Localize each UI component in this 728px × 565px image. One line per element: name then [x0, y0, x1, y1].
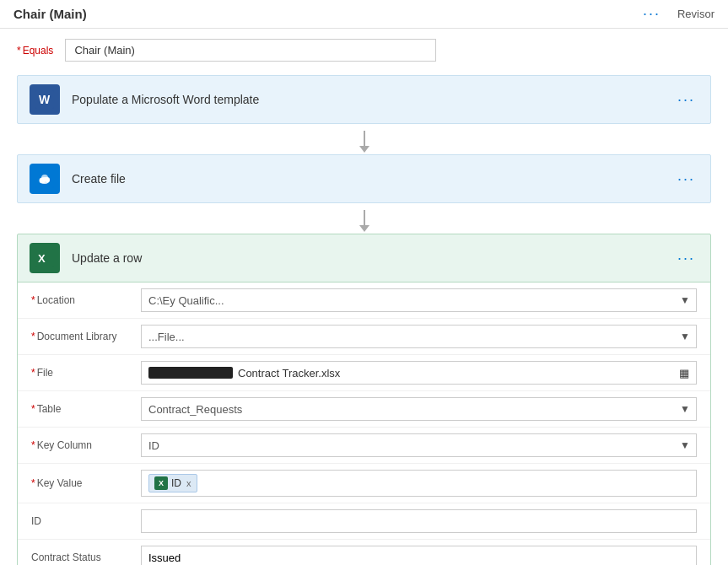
- word-icon: W: [30, 84, 60, 115]
- document-library-select[interactable]: ...File...: [141, 325, 697, 348]
- update-row-dots-button[interactable]: ···: [674, 250, 698, 267]
- update-row-card: X Update a row ··· *Location C:\Ey Quali…: [17, 234, 711, 565]
- contract-status-label: Contract Status: [31, 552, 141, 563]
- update-row-header[interactable]: X Update a row ···: [18, 234, 710, 282]
- cloud-icon: [30, 164, 60, 194]
- key-value-label: *Key Value: [31, 477, 141, 489]
- table-label: *Table: [31, 403, 141, 415]
- key-tag-excel-icon: X: [154, 476, 168, 490]
- file-value: Contract Tracker.xlsx: [238, 367, 340, 379]
- file-label: *File: [31, 367, 141, 379]
- file-input-wrapper[interactable]: Contract Tracker.xlsx ▦: [141, 361, 697, 385]
- form-row-file: *File Contract Tracker.xlsx ▦: [18, 355, 710, 391]
- key-column-select[interactable]: ID: [141, 433, 697, 457]
- header-right: ··· Revisor: [639, 5, 715, 23]
- create-file-action-card[interactable]: Create file ···: [17, 154, 711, 203]
- form-row-key-value: *Key Value X ID x: [18, 464, 710, 503]
- document-library-select-wrapper: ...File... ▼: [141, 325, 697, 348]
- file-redacted-prefix: [148, 367, 233, 379]
- update-row-body: *Location C:\Ey Qualific... ▼ *Document …: [18, 282, 710, 565]
- create-file-action-label: Create file: [72, 172, 674, 186]
- location-select-wrapper: C:\Ey Qualific... ▼: [141, 288, 697, 312]
- excel-icon: X: [30, 243, 60, 273]
- form-row-document-library: *Document Library ...File... ▼: [18, 319, 710, 355]
- form-row-id: ID: [18, 503, 710, 540]
- key-value-wrapper[interactable]: X ID x: [141, 470, 697, 497]
- svg-text:W: W: [39, 93, 51, 106]
- equals-label: *Equals: [17, 45, 55, 56]
- location-select[interactable]: C:\Ey Qualific...: [141, 288, 697, 312]
- word-card-dots-button[interactable]: ···: [674, 91, 698, 109]
- create-file-dots-button[interactable]: ···: [674, 170, 698, 188]
- key-tag-label: ID: [171, 477, 181, 489]
- id-input[interactable]: [141, 509, 697, 533]
- header-bar: Chair (Main) ··· Revisor: [0, 0, 728, 29]
- file-icon: ▦: [679, 367, 689, 379]
- table-select-wrapper: Contract_Requests ▼: [141, 397, 697, 421]
- update-row-label: Update a row: [72, 251, 674, 265]
- revisor-label: Revisor: [677, 8, 715, 20]
- id-label: ID: [31, 515, 141, 527]
- key-column-label: *Key Column: [31, 439, 141, 451]
- table-select[interactable]: Contract_Requests: [141, 397, 697, 421]
- arrow-down-1: [364, 131, 365, 148]
- arrow-connector-2: [17, 203, 711, 234]
- form-row-table: *Table Contract_Requests ▼: [18, 391, 710, 428]
- arrow-down-2: [364, 210, 365, 227]
- form-row-location: *Location C:\Ey Qualific... ▼: [18, 282, 710, 319]
- equals-row: *Equals: [17, 39, 711, 62]
- contract-status-input[interactable]: [141, 546, 697, 565]
- header-dots-button[interactable]: ···: [639, 5, 664, 23]
- equals-input[interactable]: [65, 39, 436, 62]
- svg-point-6: [41, 175, 48, 181]
- arrow-connector-1: [17, 124, 711, 154]
- location-label: *Location: [31, 294, 141, 306]
- key-tag-id: X ID x: [148, 474, 197, 492]
- header-title: Chair (Main): [13, 7, 87, 21]
- key-tag-remove[interactable]: x: [186, 478, 191, 488]
- form-row-key-column: *Key Column ID ▼: [18, 428, 710, 464]
- document-library-label: *Document Library: [31, 331, 141, 342]
- word-action-card[interactable]: W Populate a Microsoft Word template ···: [17, 75, 711, 124]
- main-content: *Equals W Populate a Microsoft Word temp…: [0, 29, 728, 565]
- key-column-select-wrapper: ID ▼: [141, 433, 697, 457]
- word-action-label: Populate a Microsoft Word template: [72, 93, 674, 106]
- svg-text:X: X: [38, 252, 46, 265]
- form-row-contract-status: Contract Status: [18, 540, 710, 565]
